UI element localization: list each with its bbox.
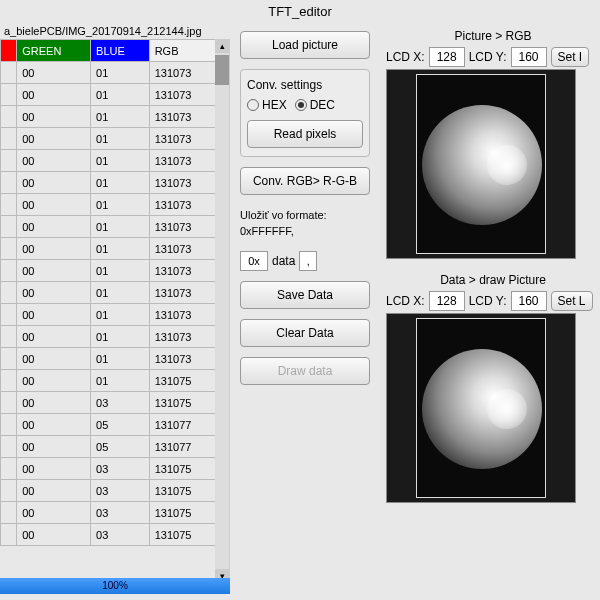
scroll-up-icon[interactable]: ▴: [215, 39, 229, 53]
cell-rgb: 131075: [149, 480, 219, 502]
progress-bar-wrap: 100%: [0, 578, 230, 594]
radio-hex[interactable]: HEX: [247, 98, 287, 112]
set-button-bot[interactable]: Set L: [551, 291, 593, 311]
col-red: [1, 40, 17, 62]
cell-green: 00: [17, 128, 91, 150]
cell-blue: 01: [91, 370, 150, 392]
conv-rgb-button[interactable]: Conv. RGB> R-G-B: [240, 167, 370, 195]
save-data-button[interactable]: Save Data: [240, 281, 370, 309]
lcdy-label: LCD Y:: [469, 50, 507, 64]
radio-dec-label: DEC: [310, 98, 335, 112]
table-row[interactable]: 0001131073: [1, 260, 220, 282]
table-row[interactable]: 0003131075: [1, 524, 220, 546]
cell-rgb: 131073: [149, 172, 219, 194]
table-row[interactable]: 0001131073: [1, 62, 220, 84]
table-row[interactable]: 0003131075: [1, 480, 220, 502]
cell-green: 00: [17, 392, 91, 414]
file-path: a_bielePCB/IMG_20170914_212144.jpg: [0, 23, 230, 39]
mid-panel: Load picture Conv. settings HEX DEC Read…: [230, 23, 380, 583]
cell-red: [1, 194, 17, 216]
cell-rgb: 131073: [149, 326, 219, 348]
cell-green: 00: [17, 84, 91, 106]
cell-green: 00: [17, 458, 91, 480]
cell-blue: 01: [91, 84, 150, 106]
read-pixels-button[interactable]: Read pixels: [247, 120, 363, 148]
cell-blue: 01: [91, 172, 150, 194]
cell-green: 00: [17, 436, 91, 458]
table-row[interactable]: 0001131073: [1, 238, 220, 260]
cell-green: 00: [17, 326, 91, 348]
table-row[interactable]: 0001131073: [1, 326, 220, 348]
clear-data-button[interactable]: Clear Data: [240, 319, 370, 347]
picture-preview-top: [386, 69, 576, 259]
table-row[interactable]: 0003131075: [1, 392, 220, 414]
cell-blue: 01: [91, 62, 150, 84]
col-green: GREEN: [17, 40, 91, 62]
set-button-top[interactable]: Set I: [551, 47, 590, 67]
lcdy-input-top[interactable]: [511, 47, 547, 67]
table-row[interactable]: 0001131073: [1, 194, 220, 216]
table-row[interactable]: 0001131075: [1, 370, 220, 392]
cell-rgb: 131073: [149, 260, 219, 282]
radio-dot-icon: [298, 102, 304, 108]
table-row[interactable]: 0005131077: [1, 414, 220, 436]
cell-green: 00: [17, 106, 91, 128]
table-row[interactable]: 0001131073: [1, 128, 220, 150]
table-row[interactable]: 0001131073: [1, 282, 220, 304]
table-row[interactable]: 0001131073: [1, 106, 220, 128]
cell-green: 00: [17, 238, 91, 260]
picture-rgb-title: Picture > RGB: [386, 27, 600, 45]
cell-red: [1, 414, 17, 436]
cell-green: 00: [17, 304, 91, 326]
glare-shape-bot: [487, 389, 527, 429]
progress-bar: 100%: [0, 578, 230, 594]
cell-blue: 01: [91, 150, 150, 172]
table-row[interactable]: 0001131073: [1, 348, 220, 370]
table-scrollbar[interactable]: ▴ ▾: [215, 39, 229, 583]
cell-rgb: 131073: [149, 216, 219, 238]
cell-rgb: 131073: [149, 150, 219, 172]
save-format-example: 0xFFFFFF,: [240, 225, 370, 237]
table-row[interactable]: 0001131073: [1, 150, 220, 172]
cell-green: 00: [17, 370, 91, 392]
cell-blue: 05: [91, 436, 150, 458]
table-row[interactable]: 0003131075: [1, 502, 220, 524]
cell-green: 00: [17, 216, 91, 238]
picture-rgb-panel: Picture > RGB LCD X: LCD Y: Set I: [386, 27, 600, 259]
lcdx-input-top[interactable]: [429, 47, 465, 67]
table-row[interactable]: 0005131077: [1, 436, 220, 458]
cell-green: 00: [17, 260, 91, 282]
save-format-block: Uložiť vo formate: 0xFFFFFF,: [240, 205, 370, 241]
load-picture-button[interactable]: Load picture: [240, 31, 370, 59]
table-row[interactable]: 0003131075: [1, 458, 220, 480]
pcb-image-bot: [416, 318, 546, 498]
cell-red: [1, 348, 17, 370]
scroll-thumb[interactable]: [215, 55, 229, 85]
cell-red: [1, 216, 17, 238]
data-table-wrap: GREEN BLUE RGB 0001131073000113107300011…: [0, 39, 230, 583]
col-blue: BLUE: [91, 40, 150, 62]
table-row[interactable]: 0001131073: [1, 304, 220, 326]
lcdx-label: LCD X:: [386, 50, 425, 64]
radio-dec[interactable]: DEC: [295, 98, 335, 112]
draw-data-button: Draw data: [240, 357, 370, 385]
table-row[interactable]: 0001131073: [1, 172, 220, 194]
prefix-input[interactable]: [240, 251, 268, 271]
cell-blue: 03: [91, 392, 150, 414]
table-row[interactable]: 0001131073: [1, 216, 220, 238]
cell-green: 00: [17, 194, 91, 216]
data-draw-panel: Data > draw Picture LCD X: LCD Y: Set L: [386, 271, 600, 503]
separator-input[interactable]: [299, 251, 317, 271]
lcdy-input-bot[interactable]: [511, 291, 547, 311]
radio-hex-label: HEX: [262, 98, 287, 112]
lcd-row-bot: LCD X: LCD Y: Set L: [386, 289, 600, 313]
cell-blue: 01: [91, 304, 150, 326]
cell-red: [1, 370, 17, 392]
data-draw-title: Data > draw Picture: [386, 271, 600, 289]
left-panel: a_bielePCB/IMG_20170914_212144.jpg GREEN…: [0, 23, 230, 583]
lcdx-input-bot[interactable]: [429, 291, 465, 311]
table-row[interactable]: 0001131073: [1, 84, 220, 106]
conv-settings-group: Conv. settings HEX DEC Read pixels: [240, 69, 370, 157]
cell-blue: 01: [91, 326, 150, 348]
cell-blue: 01: [91, 216, 150, 238]
